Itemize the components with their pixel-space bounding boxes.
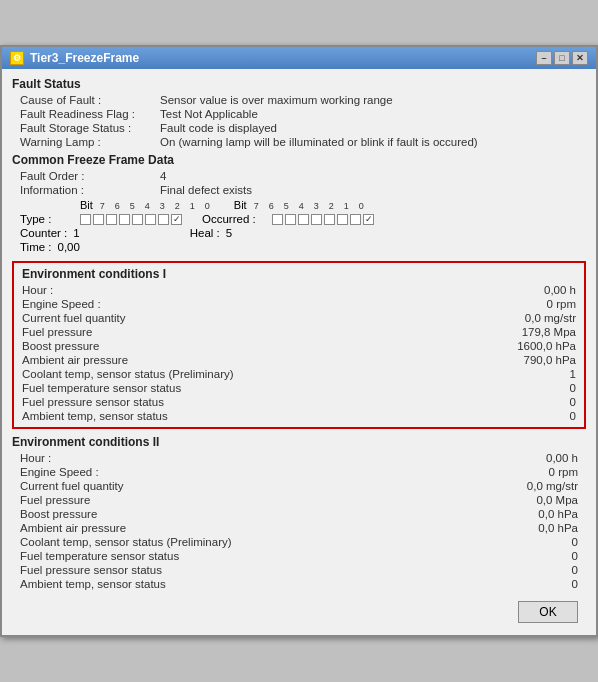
fault-readiness-value: Test Not Applicable <box>160 108 258 120</box>
type-occurred-row: Type : Occurred : <box>20 213 578 225</box>
env1-label-9: Ambient temp, sensor status <box>22 410 476 422</box>
env1-row-9: Ambient temp, sensor status 0 <box>14 409 584 423</box>
type-bit6[interactable] <box>93 214 104 225</box>
env1-label-8: Fuel pressure sensor status <box>22 396 476 408</box>
window-title: Tier3_FreezeFrame <box>30 51 139 65</box>
time-value: 0,00 <box>58 241 80 253</box>
type-bit7[interactable] <box>80 214 91 225</box>
time-row: Time : 0,00 <box>20 241 578 253</box>
fault-status-section: Fault Status Cause of Fault : Sensor val… <box>12 77 586 149</box>
env2-row-4: Boost pressure 0,0 hPa <box>12 507 586 521</box>
counter-label: Counter : <box>20 227 67 239</box>
warning-lamp-value: On (warning lamp will be illuminated or … <box>160 136 478 148</box>
common-freeze-header: Common Freeze Frame Data <box>12 153 586 167</box>
env1-value-8: 0 <box>476 396 576 408</box>
env1-value-2: 0,0 mg/str <box>476 312 576 324</box>
bits-container: Bit 7 6 5 4 3 2 1 0 Bit 7 6 <box>12 197 586 255</box>
env1-label-0: Hour : <box>22 284 476 296</box>
env2-row-6: Coolant temp, sensor status (Preliminary… <box>12 535 586 549</box>
fault-order-label: Fault Order : <box>20 170 160 182</box>
env2-value-6: 0 <box>478 536 578 548</box>
env2-row-1: Engine Speed : 0 rpm <box>12 465 586 479</box>
fault-readiness-label: Fault Readiness Flag : <box>20 108 160 120</box>
env1-value-6: 1 <box>476 368 576 380</box>
bit-numbers-top: 7 6 5 4 3 2 1 0 <box>96 201 214 211</box>
env1-row-7: Fuel temperature sensor status 0 <box>14 381 584 395</box>
occurred-bit7[interactable] <box>272 214 283 225</box>
fault-readiness-row: Fault Readiness Flag : Test Not Applicab… <box>12 107 586 121</box>
cause-of-fault-row: Cause of Fault : Sensor value is over ma… <box>12 93 586 107</box>
env2-label-9: Ambient temp, sensor status <box>20 578 478 590</box>
env2-label-7: Fuel temperature sensor status <box>20 550 478 562</box>
information-row: Information : Final defect exists <box>12 183 586 197</box>
env1-label-3: Fuel pressure <box>22 326 476 338</box>
title-bar: ⚙ Tier3_FreezeFrame – □ ✕ <box>2 47 596 69</box>
heal-label: Heal : <box>190 227 220 239</box>
env1-label-2: Current fuel quantity <box>22 312 476 324</box>
ok-row: OK <box>12 595 586 627</box>
env2-value-9: 0 <box>478 578 578 590</box>
type-bit0[interactable] <box>171 214 182 225</box>
occurred-bit1[interactable] <box>350 214 361 225</box>
env1-value-4: 1600,0 hPa <box>476 340 576 352</box>
env1-row-8: Fuel pressure sensor status 0 <box>14 395 584 409</box>
content-area: Fault Status Cause of Fault : Sensor val… <box>2 69 596 635</box>
occurred-checkboxes <box>272 214 374 225</box>
env2-label-4: Boost pressure <box>20 508 478 520</box>
env1-value-9: 0 <box>476 410 576 422</box>
env2-row-3: Fuel pressure 0,0 Mpa <box>12 493 586 507</box>
env1-value-5: 790,0 hPa <box>476 354 576 366</box>
warning-lamp-label: Warning Lamp : <box>20 136 160 148</box>
env2-row-9: Ambient temp, sensor status 0 <box>12 577 586 591</box>
type-bit3[interactable] <box>132 214 143 225</box>
env1-row-6: Coolant temp, sensor status (Preliminary… <box>14 367 584 381</box>
time-label: Time : <box>20 241 52 253</box>
maximize-button[interactable]: □ <box>554 51 570 65</box>
bit-label-2: Bit <box>234 199 247 211</box>
occurred-bit4[interactable] <box>311 214 322 225</box>
ok-button[interactable]: OK <box>518 601 578 623</box>
env1-label-7: Fuel temperature sensor status <box>22 382 476 394</box>
occurred-bit2[interactable] <box>337 214 348 225</box>
cause-of-fault-value: Sensor value is over maximum working ran… <box>160 94 393 106</box>
env2-row-0: Hour : 0,00 h <box>12 451 586 465</box>
information-label: Information : <box>20 184 160 196</box>
env2-value-0: 0,00 h <box>478 452 578 464</box>
title-buttons: – □ ✕ <box>536 51 588 65</box>
type-bit1[interactable] <box>158 214 169 225</box>
type-bit2[interactable] <box>145 214 156 225</box>
env1-value-0: 0,00 h <box>476 284 576 296</box>
env2-value-2: 0,0 mg/str <box>478 480 578 492</box>
fault-order-value: 4 <box>160 170 166 182</box>
env1-header: Environment conditions I <box>14 267 584 281</box>
env1-label-4: Boost pressure <box>22 340 476 352</box>
env2-header: Environment conditions II <box>12 435 586 449</box>
env2-value-3: 0,0 Mpa <box>478 494 578 506</box>
bit-label: Bit <box>80 199 93 211</box>
heal-value: 5 <box>226 227 232 239</box>
information-value: Final defect exists <box>160 184 252 196</box>
occurred-bit0[interactable] <box>363 214 374 225</box>
close-button[interactable]: ✕ <box>572 51 588 65</box>
env1-row-1: Engine Speed : 0 rpm <box>14 297 584 311</box>
type-bit4[interactable] <box>119 214 130 225</box>
env2-label-6: Coolant temp, sensor status (Preliminary… <box>20 536 478 548</box>
counter-value: 1 <box>73 227 79 239</box>
env1-row-4: Boost pressure 1600,0 hPa <box>14 339 584 353</box>
type-bit5[interactable] <box>106 214 117 225</box>
env1-row-2: Current fuel quantity 0,0 mg/str <box>14 311 584 325</box>
env2-value-5: 0,0 hPa <box>478 522 578 534</box>
occurred-bit6[interactable] <box>285 214 296 225</box>
env2-value-7: 0 <box>478 550 578 562</box>
type-checkboxes <box>80 214 182 225</box>
fault-storage-label: Fault Storage Status : <box>20 122 160 134</box>
env1-row-3: Fuel pressure 179,8 Mpa <box>14 325 584 339</box>
env1-value-3: 179,8 Mpa <box>476 326 576 338</box>
minimize-button[interactable]: – <box>536 51 552 65</box>
cause-of-fault-label: Cause of Fault : <box>20 94 160 106</box>
env2-value-8: 0 <box>478 564 578 576</box>
occurred-bit5[interactable] <box>298 214 309 225</box>
occurred-bit3[interactable] <box>324 214 335 225</box>
counter-item: Counter : 1 <box>20 227 80 239</box>
env2-label-3: Fuel pressure <box>20 494 478 506</box>
